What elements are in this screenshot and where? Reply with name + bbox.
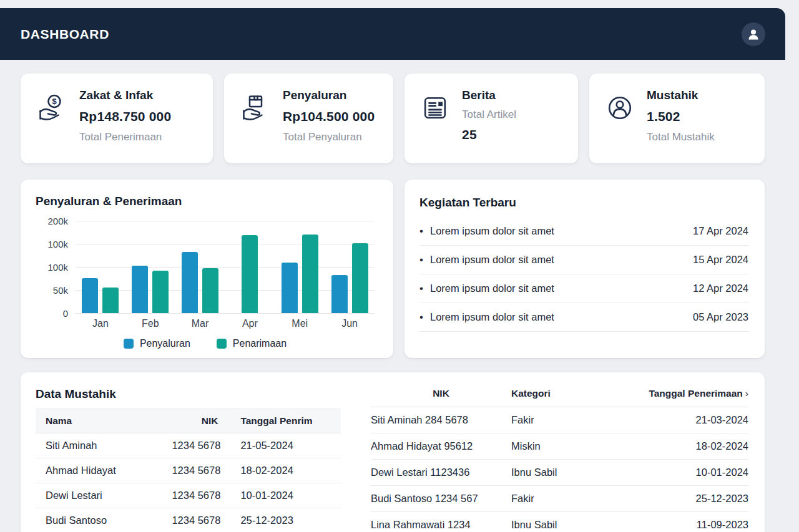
stat-card-mustahik: Mustahik 1.502 Total Mustahik (589, 74, 765, 163)
table-row: Dewi Lestari 1123436Ibnu Sabil10-01-2024 (371, 460, 748, 486)
tables-panel: Data Mustahik Nama NIK Tanggal Penrim Si… (21, 372, 765, 532)
user-avatar-button[interactable] (742, 22, 765, 46)
cell-nik: Siti Aminah 284 5678 (371, 407, 511, 433)
stat-title: Zakat & Infak (79, 89, 171, 102)
activity-text: Lorem ipsum dolor sit amet (430, 225, 554, 237)
table-row: Dewi Lestari1234 567810-01-2024 (36, 483, 341, 508)
bar-group-jan (76, 221, 125, 313)
table-row: Siti Aminah1234 567821-05-2024 (36, 433, 341, 458)
activity-list: •Lorem ipsum dolor sit amet17 Apr 2024•L… (419, 217, 748, 332)
bar-group-mar (175, 221, 225, 313)
cell-kategori: Miskin (511, 433, 630, 460)
cell-nik: Ahmad Hidayat 95612 (371, 433, 511, 460)
chart-panel: Penyaluran & Penerimaan 200k100k100k50k0… (21, 180, 393, 358)
legend-item-penyaluran[interactable]: Penyaluran (124, 338, 190, 349)
table-row: Siti Aminah 284 5678Fakir21-03-2024 (371, 407, 748, 433)
x-axis: JanFebMarAprMeiJun (76, 318, 375, 329)
chevron-right-icon: › (745, 388, 748, 399)
column-header-kategori: Kategori (511, 380, 630, 407)
stat-value: Rp148.750 000 (79, 109, 171, 124)
activity-text: Lorem ipsum dolor sit amet (430, 311, 554, 323)
activity-date: 05 Apr 2023 (693, 311, 748, 323)
bar-penarimaan-jan (102, 288, 119, 313)
bar-penyaluran-feb (132, 266, 148, 313)
user-icon (746, 27, 761, 42)
legend-swatch (124, 339, 134, 349)
column-header-nik: NIK (148, 409, 230, 433)
y-axis-tick: 50k (53, 285, 68, 296)
stat-caption: Total Mustahik (647, 131, 715, 143)
activity-item: •Lorem ipsum dolor sit amet05 Apr 2023 (419, 303, 748, 332)
cell-nama: Siti Aminah (36, 433, 148, 458)
cell-nik: Lina Rahmawati 1234 (371, 512, 511, 532)
legend-swatch (217, 339, 227, 349)
stat-value: 1.502 (647, 109, 715, 124)
recipients-table-block: NIK Kategori Tanggal Penerimaan› Siti Am… (371, 380, 748, 532)
column-header-tanggal: Tanggal Penrim (230, 409, 341, 433)
table-row: Ahmad Hidayat1234 567818-02-2024 (36, 458, 341, 483)
stat-card-berita: Berita Total Artikel 25 (404, 74, 578, 163)
activity-item: •Lorem ipsum dolor sit amet12 Apr 2024 (419, 274, 748, 303)
stats-row: $ Zakat & Infak Rp148.750 000 Total Pene… (21, 74, 765, 163)
cell-nik: 1234 5678 (148, 458, 230, 483)
y-axis-tick: 0 (63, 308, 68, 319)
x-axis-label: Mei (275, 318, 325, 329)
cell-kategori: Ibnu Sabil (511, 512, 630, 532)
cell-kategori: Fakir (511, 407, 630, 433)
top-navbar: DASHBOARD (0, 8, 785, 60)
activity-item: •Lorem ipsum dolor sit amet15 Apr 2024 (419, 246, 748, 274)
stat-title: Mustahik (647, 89, 715, 102)
bar-penyaluran-mei (282, 263, 298, 313)
svg-text:$: $ (52, 97, 57, 106)
stat-title: Penyaluran (283, 89, 375, 102)
bar-group-mei (275, 221, 325, 313)
y-axis-tick: 100k (47, 239, 68, 249)
mustahik-table-block: Data Mustahik Nama NIK Tanggal Penrim Si… (36, 380, 341, 532)
y-axis-tick: 200k (47, 216, 68, 226)
bar-penyaluran-jan (82, 278, 98, 313)
stat-value: 25 (462, 127, 516, 142)
legend-item-penarimaan[interactable]: Penarimaan (217, 338, 287, 349)
bar-penyaluran-jun (331, 275, 348, 313)
activity-date: 17 Apr 2024 (693, 225, 748, 237)
bullet-icon: • (419, 225, 423, 238)
cell-tanggal: 21-03-2024 (630, 407, 748, 433)
activity-date: 12 Apr 2024 (693, 283, 748, 294)
mustahik-table: Nama NIK Tanggal Penrim Siti Aminah1234 … (36, 409, 341, 532)
table-row: Ahmad Hidayat 95612Miskin18-02-2024 (371, 433, 748, 460)
chart-legend: PenyaluranPenarimaan (36, 338, 375, 349)
activities-panel: Kegiatan Terbaru •Lorem ipsum dolor sit … (404, 180, 765, 358)
cell-tanggal: 11-09-2023 (630, 512, 748, 532)
bullet-icon: • (419, 254, 423, 266)
recipients-table: NIK Kategori Tanggal Penerimaan› Siti Am… (371, 380, 748, 532)
plot-area (76, 221, 375, 313)
cell-kategori: Ibnu Sabil (511, 460, 630, 486)
bar-penarimaan-mar (202, 268, 218, 313)
cell-tanggal: 25-12-2023 (230, 508, 341, 532)
activity-text: Lorem ipsum dolor sit amet (430, 283, 554, 294)
x-axis-label: Mar (175, 318, 225, 329)
stat-title: Berita (462, 89, 516, 102)
table-header-row: Nama NIK Tanggal Penrim (36, 409, 341, 433)
stat-caption: Total Artikel (462, 109, 516, 121)
stat-card-zakat-infak: $ Zakat & Infak Rp148.750 000 Total Pene… (21, 74, 213, 163)
bar-penarimaan-feb (152, 271, 169, 313)
mustahik-table-title: Data Mustahik (36, 387, 341, 401)
hand-coin-icon: $ (37, 94, 67, 163)
cell-nik: 1234 5678 (148, 483, 230, 508)
bar-chart: 200k100k100k50k0 (36, 221, 375, 313)
activities-title: Kegiatan Terbaru (419, 196, 748, 210)
cell-nik: 1234 5678 (148, 508, 230, 532)
column-header-nama: Nama (36, 409, 148, 433)
column-header-tanggal-penerimaan[interactable]: Tanggal Penerimaan› (630, 380, 748, 407)
newspaper-icon (421, 94, 449, 163)
table-row: Lina Rahmawati 1234Ibnu Sabil11-09-2023 (371, 512, 748, 532)
bar-penarimaan-apr (242, 235, 258, 313)
cell-nik: Dewi Lestari 1123436 (371, 460, 511, 486)
bar-penyaluran-mar (182, 252, 198, 313)
legend-label: Penyaluran (140, 338, 190, 349)
gridline (76, 313, 375, 314)
activity-item: •Lorem ipsum dolor sit amet17 Apr 2024 (419, 217, 748, 246)
cell-nik: 1234 5678 (148, 433, 230, 458)
stat-caption: Total Penerimaan (79, 131, 171, 143)
